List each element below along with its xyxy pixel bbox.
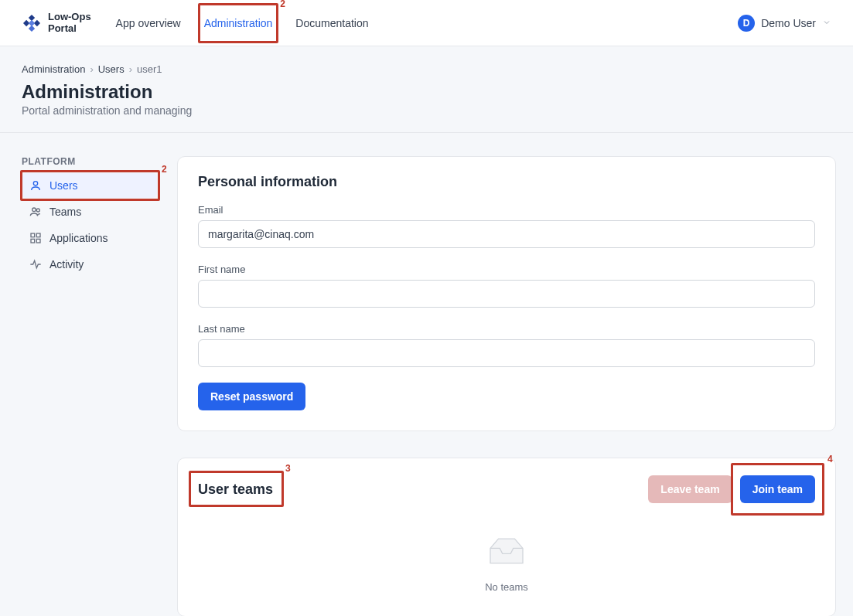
- svg-rect-4: [29, 19, 35, 26]
- activity-icon: [29, 258, 42, 271]
- user-name: Demo User: [761, 17, 816, 29]
- svg-rect-8: [31, 233, 35, 237]
- topbar: Low-Ops Portal App overview Administrati…: [0, 0, 853, 46]
- sidebar: PLATFORM Users Teams Applications Activi…: [22, 156, 157, 278]
- crumb-users[interactable]: Users: [98, 63, 125, 75]
- email-input[interactable]: [198, 220, 815, 248]
- svg-point-7: [36, 209, 39, 212]
- svg-point-6: [32, 208, 36, 212]
- svg-rect-11: [36, 239, 40, 243]
- sidebar-item-teams[interactable]: Teams: [22, 199, 157, 224]
- crumb-current: user1: [137, 63, 162, 75]
- page-header: Administration › Users › user1 Administr…: [0, 46, 853, 133]
- email-label: Email: [198, 204, 815, 216]
- join-team-button[interactable]: Join team: [740, 475, 815, 503]
- user-teams-card: User teams Leave team Join team No teams: [177, 458, 836, 616]
- svg-rect-10: [31, 239, 35, 243]
- last-name-label: Last name: [198, 323, 815, 335]
- first-name-input[interactable]: [198, 280, 815, 308]
- nav-app-overview[interactable]: App overview: [114, 12, 183, 34]
- svg-point-5: [33, 182, 37, 185]
- logo[interactable]: Low-Ops Portal: [22, 12, 91, 34]
- sidebar-item-label: Users: [49, 179, 78, 192]
- leave-team-button[interactable]: Leave team: [648, 475, 732, 503]
- nav-documentation[interactable]: Documentation: [294, 12, 370, 34]
- inbox-icon: [485, 533, 528, 568]
- svg-rect-9: [36, 233, 40, 237]
- main: Personal information Email First name La…: [177, 156, 836, 616]
- teams-empty-state: No teams: [198, 525, 815, 596]
- user-avatar: D: [738, 15, 755, 32]
- user-icon: [29, 179, 42, 192]
- sidebar-item-label: Applications: [49, 232, 108, 244]
- logo-icon: [22, 13, 42, 33]
- grid-icon: [29, 232, 42, 244]
- breadcrumb-separator: ›: [90, 63, 93, 75]
- crumb-administration[interactable]: Administration: [22, 63, 85, 75]
- reset-password-button[interactable]: Reset password: [198, 383, 305, 410]
- sidebar-item-activity[interactable]: Activity: [22, 252, 157, 277]
- user-teams-title: User teams: [198, 482, 273, 498]
- personal-info-card: Personal information Email First name La…: [177, 156, 836, 431]
- page-subtitle: Portal administration and managing: [22, 104, 831, 117]
- breadcrumb: Administration › Users › user1: [22, 63, 831, 75]
- breadcrumb-separator: ›: [129, 63, 132, 75]
- last-name-input[interactable]: [198, 339, 815, 367]
- body: PLATFORM Users Teams Applications Activi…: [0, 133, 853, 616]
- users-icon: [29, 206, 42, 218]
- top-nav: App overview Administration Documentatio…: [114, 12, 370, 34]
- personal-info-title: Personal information: [198, 174, 815, 190]
- teams-empty-text: No teams: [198, 581, 815, 593]
- first-name-label: First name: [198, 264, 815, 275]
- sidebar-item-applications[interactable]: Applications: [22, 226, 157, 250]
- logo-text: Low-Ops Portal: [48, 12, 91, 34]
- chevron-down-icon: [822, 17, 831, 29]
- sidebar-item-label: Activity: [49, 258, 84, 271]
- nav-administration[interactable]: Administration: [203, 12, 275, 34]
- sidebar-section-label: PLATFORM: [22, 156, 157, 167]
- page-title: Administration: [22, 81, 831, 103]
- sidebar-item-label: Teams: [49, 206, 81, 218]
- user-menu[interactable]: D Demo User: [738, 15, 831, 32]
- sidebar-item-users[interactable]: Users: [22, 173, 157, 198]
